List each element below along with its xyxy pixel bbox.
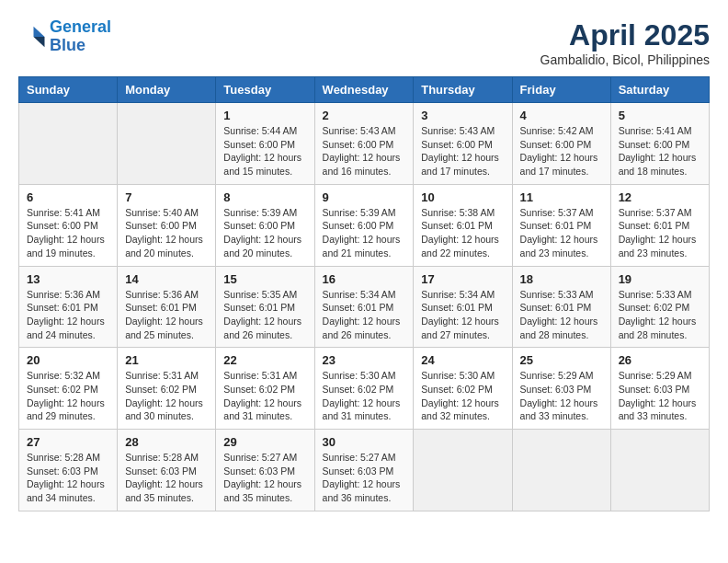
table-row: 20Sunrise: 5:32 AM Sunset: 6:02 PM Dayli… xyxy=(19,348,118,430)
day-number: 6 xyxy=(27,190,109,204)
table-row: 19Sunrise: 5:33 AM Sunset: 6:02 PM Dayli… xyxy=(610,266,709,348)
table-row: 23Sunrise: 5:30 AM Sunset: 6:02 PM Dayli… xyxy=(314,348,414,430)
day-info: Sunrise: 5:33 AM Sunset: 6:02 PM Dayligh… xyxy=(619,288,701,342)
day-number: 30 xyxy=(323,435,406,449)
table-row: 10Sunrise: 5:38 AM Sunset: 6:01 PM Dayli… xyxy=(414,184,512,266)
table-row: 11Sunrise: 5:37 AM Sunset: 6:01 PM Dayli… xyxy=(512,184,610,266)
day-number: 20 xyxy=(27,353,109,367)
day-number: 10 xyxy=(421,190,504,204)
table-row xyxy=(512,430,610,511)
table-row: 7Sunrise: 5:40 AM Sunset: 6:00 PM Daylig… xyxy=(118,184,216,266)
calendar-week-row: 27Sunrise: 5:28 AM Sunset: 6:03 PM Dayli… xyxy=(19,430,710,511)
day-number: 28 xyxy=(125,435,208,449)
col-saturday: Saturday xyxy=(610,77,709,103)
table-row: 4Sunrise: 5:42 AM Sunset: 6:00 PM Daylig… xyxy=(512,103,610,185)
table-row: 26Sunrise: 5:29 AM Sunset: 6:03 PM Dayli… xyxy=(610,348,709,430)
col-thursday: Thursday xyxy=(414,77,512,103)
day-info: Sunrise: 5:35 AM Sunset: 6:01 PM Dayligh… xyxy=(223,288,306,342)
day-info: Sunrise: 5:31 AM Sunset: 6:02 PM Dayligh… xyxy=(223,369,306,423)
day-number: 21 xyxy=(125,353,208,367)
day-number: 5 xyxy=(619,109,701,122)
day-number: 19 xyxy=(619,272,701,286)
day-number: 18 xyxy=(520,272,603,286)
day-number: 8 xyxy=(223,190,306,204)
table-row: 6Sunrise: 5:41 AM Sunset: 6:00 PM Daylig… xyxy=(19,184,118,266)
table-row: 17Sunrise: 5:34 AM Sunset: 6:01 PM Dayli… xyxy=(414,266,512,348)
calendar-week-row: 13Sunrise: 5:36 AM Sunset: 6:01 PM Dayli… xyxy=(19,266,710,348)
table-row xyxy=(118,103,216,185)
table-row: 15Sunrise: 5:35 AM Sunset: 6:01 PM Dayli… xyxy=(216,266,314,348)
logo-icon xyxy=(18,23,46,51)
calendar-header-row: Sunday Monday Tuesday Wednesday Thursday… xyxy=(19,77,710,103)
col-sunday: Sunday xyxy=(19,77,118,103)
day-info: Sunrise: 5:33 AM Sunset: 6:01 PM Dayligh… xyxy=(520,288,603,342)
day-info: Sunrise: 5:30 AM Sunset: 6:02 PM Dayligh… xyxy=(323,369,406,423)
table-row: 1Sunrise: 5:44 AM Sunset: 6:00 PM Daylig… xyxy=(216,103,314,185)
calendar-week-row: 6Sunrise: 5:41 AM Sunset: 6:00 PM Daylig… xyxy=(19,184,710,266)
svg-marker-1 xyxy=(34,37,45,47)
day-info: Sunrise: 5:29 AM Sunset: 6:03 PM Dayligh… xyxy=(520,369,603,423)
day-number: 7 xyxy=(125,190,208,204)
day-number: 24 xyxy=(421,353,504,367)
table-row: 30Sunrise: 5:27 AM Sunset: 6:03 PM Dayli… xyxy=(314,430,414,511)
col-wednesday: Wednesday xyxy=(314,77,414,103)
day-number: 17 xyxy=(421,272,504,286)
day-info: Sunrise: 5:36 AM Sunset: 6:01 PM Dayligh… xyxy=(27,288,109,342)
day-number: 3 xyxy=(421,109,504,122)
day-number: 14 xyxy=(125,272,208,286)
day-info: Sunrise: 5:29 AM Sunset: 6:03 PM Dayligh… xyxy=(619,369,701,423)
logo-line1: General xyxy=(50,17,111,36)
day-number: 22 xyxy=(223,353,306,367)
day-info: Sunrise: 5:39 AM Sunset: 6:00 PM Dayligh… xyxy=(323,206,406,260)
day-number: 13 xyxy=(27,272,109,286)
col-monday: Monday xyxy=(118,77,216,103)
day-info: Sunrise: 5:32 AM Sunset: 6:02 PM Dayligh… xyxy=(27,369,109,423)
day-info: Sunrise: 5:28 AM Sunset: 6:03 PM Dayligh… xyxy=(125,451,208,505)
day-info: Sunrise: 5:31 AM Sunset: 6:02 PM Dayligh… xyxy=(125,369,208,423)
svg-marker-0 xyxy=(34,27,45,37)
day-number: 26 xyxy=(619,353,701,367)
calendar-week-row: 20Sunrise: 5:32 AM Sunset: 6:02 PM Dayli… xyxy=(19,348,710,430)
table-row: 3Sunrise: 5:43 AM Sunset: 6:00 PM Daylig… xyxy=(414,103,512,185)
day-info: Sunrise: 5:36 AM Sunset: 6:01 PM Dayligh… xyxy=(125,288,208,342)
calendar-subtitle: Gambalidio, Bicol, Philippines xyxy=(540,52,710,67)
table-row: 22Sunrise: 5:31 AM Sunset: 6:02 PM Dayli… xyxy=(216,348,314,430)
col-tuesday: Tuesday xyxy=(216,77,314,103)
day-info: Sunrise: 5:37 AM Sunset: 6:01 PM Dayligh… xyxy=(619,206,701,260)
day-info: Sunrise: 5:34 AM Sunset: 6:01 PM Dayligh… xyxy=(323,288,406,342)
table-row: 27Sunrise: 5:28 AM Sunset: 6:03 PM Dayli… xyxy=(19,430,118,511)
day-number: 16 xyxy=(323,272,406,286)
calendar-week-row: 1Sunrise: 5:44 AM Sunset: 6:00 PM Daylig… xyxy=(19,103,710,185)
table-row: 28Sunrise: 5:28 AM Sunset: 6:03 PM Dayli… xyxy=(118,430,216,511)
day-number: 27 xyxy=(27,435,109,449)
day-number: 1 xyxy=(223,109,306,122)
table-row: 16Sunrise: 5:34 AM Sunset: 6:01 PM Dayli… xyxy=(314,266,414,348)
logo: General Blue xyxy=(18,18,111,55)
table-row: 21Sunrise: 5:31 AM Sunset: 6:02 PM Dayli… xyxy=(118,348,216,430)
day-number: 12 xyxy=(619,190,701,204)
day-info: Sunrise: 5:28 AM Sunset: 6:03 PM Dayligh… xyxy=(27,451,109,505)
table-row xyxy=(19,103,118,185)
day-number: 11 xyxy=(520,190,603,204)
table-row: 5Sunrise: 5:41 AM Sunset: 6:00 PM Daylig… xyxy=(610,103,709,185)
day-number: 25 xyxy=(520,353,603,367)
calendar-title: April 2025 xyxy=(540,18,710,52)
day-info: Sunrise: 5:34 AM Sunset: 6:01 PM Dayligh… xyxy=(421,288,504,342)
day-info: Sunrise: 5:43 AM Sunset: 6:00 PM Dayligh… xyxy=(323,124,406,178)
table-row xyxy=(414,430,512,511)
logo-line2: Blue xyxy=(50,36,85,54)
logo-text: General Blue xyxy=(50,18,111,55)
day-info: Sunrise: 5:37 AM Sunset: 6:01 PM Dayligh… xyxy=(520,206,603,260)
table-row: 18Sunrise: 5:33 AM Sunset: 6:01 PM Dayli… xyxy=(512,266,610,348)
table-row: 2Sunrise: 5:43 AM Sunset: 6:00 PM Daylig… xyxy=(314,103,414,185)
day-info: Sunrise: 5:42 AM Sunset: 6:00 PM Dayligh… xyxy=(520,124,603,178)
day-info: Sunrise: 5:39 AM Sunset: 6:00 PM Dayligh… xyxy=(223,206,306,260)
table-row: 13Sunrise: 5:36 AM Sunset: 6:01 PM Dayli… xyxy=(19,266,118,348)
title-block: April 2025 Gambalidio, Bicol, Philippine… xyxy=(540,18,710,67)
day-info: Sunrise: 5:30 AM Sunset: 6:02 PM Dayligh… xyxy=(421,369,504,423)
table-row: 8Sunrise: 5:39 AM Sunset: 6:00 PM Daylig… xyxy=(216,184,314,266)
day-info: Sunrise: 5:41 AM Sunset: 6:00 PM Dayligh… xyxy=(619,124,701,178)
day-info: Sunrise: 5:27 AM Sunset: 6:03 PM Dayligh… xyxy=(223,451,306,505)
table-row: 25Sunrise: 5:29 AM Sunset: 6:03 PM Dayli… xyxy=(512,348,610,430)
table-row: 24Sunrise: 5:30 AM Sunset: 6:02 PM Dayli… xyxy=(414,348,512,430)
